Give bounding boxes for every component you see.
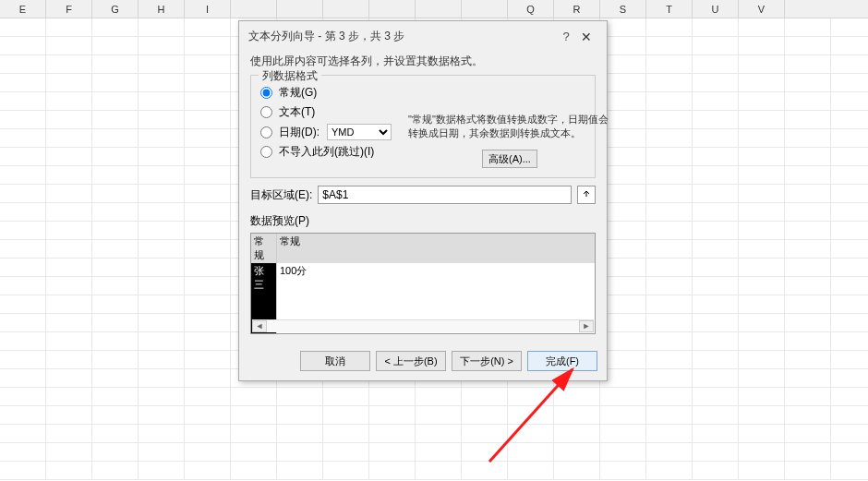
cell[interactable] <box>46 314 92 332</box>
cell[interactable] <box>92 37 139 55</box>
cell[interactable] <box>646 37 693 55</box>
cell[interactable] <box>739 277 785 295</box>
cell[interactable] <box>46 129 92 148</box>
cell[interactable] <box>693 74 739 92</box>
cell[interactable] <box>693 111 739 129</box>
cell[interactable] <box>92 462 139 480</box>
cell[interactable] <box>785 129 831 148</box>
cell[interactable] <box>46 295 92 314</box>
cell[interactable] <box>600 462 646 480</box>
cell[interactable] <box>139 462 185 480</box>
cell[interactable] <box>693 259 739 277</box>
cell[interactable] <box>92 388 139 406</box>
cell[interactable] <box>693 295 739 314</box>
cell[interactable] <box>693 203 739 222</box>
column-header[interactable]: I <box>185 0 231 18</box>
column-header[interactable] <box>277 0 323 18</box>
cell[interactable] <box>693 388 739 406</box>
cancel-button[interactable]: 取消 <box>300 351 370 371</box>
cell[interactable] <box>92 92 139 111</box>
cell[interactable] <box>646 129 693 148</box>
column-header[interactable] <box>323 0 369 18</box>
cell[interactable] <box>646 18 693 37</box>
cell[interactable] <box>46 425 92 443</box>
cell[interactable] <box>185 332 231 351</box>
cell[interactable] <box>92 295 139 314</box>
cell[interactable] <box>185 74 231 92</box>
cell[interactable] <box>46 111 92 129</box>
cell[interactable] <box>46 92 92 111</box>
cell[interactable] <box>785 203 831 222</box>
cell[interactable] <box>231 425 277 443</box>
cell[interactable] <box>185 148 231 166</box>
cell[interactable] <box>139 166 185 185</box>
cell[interactable] <box>323 425 369 443</box>
cell[interactable] <box>600 443 646 462</box>
cell[interactable] <box>693 129 739 148</box>
cell[interactable] <box>739 388 785 406</box>
cell[interactable] <box>92 277 139 295</box>
cell[interactable] <box>92 74 139 92</box>
cell[interactable] <box>0 277 46 295</box>
cell[interactable] <box>92 129 139 148</box>
cell[interactable] <box>231 406 277 425</box>
cell[interactable] <box>693 443 739 462</box>
cell[interactable] <box>0 111 46 129</box>
next-button[interactable]: 下一步(N) > <box>452 351 522 371</box>
cell[interactable] <box>831 185 868 203</box>
cell[interactable] <box>739 462 785 480</box>
cell[interactable] <box>139 314 185 332</box>
cell[interactable] <box>831 74 868 92</box>
cell[interactable] <box>0 18 46 37</box>
cell[interactable] <box>693 37 739 55</box>
cell[interactable] <box>46 277 92 295</box>
cell[interactable] <box>185 185 231 203</box>
cell[interactable] <box>0 295 46 314</box>
cell[interactable] <box>0 425 46 443</box>
cell[interactable] <box>600 425 646 443</box>
cell[interactable] <box>0 37 46 55</box>
cell[interactable] <box>831 425 868 443</box>
cell[interactable] <box>0 259 46 277</box>
cell[interactable] <box>46 406 92 425</box>
cell[interactable] <box>92 185 139 203</box>
cell[interactable] <box>0 55 46 74</box>
cell[interactable] <box>785 240 831 259</box>
cell[interactable] <box>462 443 508 462</box>
cell[interactable] <box>646 240 693 259</box>
cell[interactable] <box>508 388 554 406</box>
cell[interactable] <box>0 443 46 462</box>
cell[interactable] <box>139 185 185 203</box>
cell[interactable] <box>739 203 785 222</box>
cell[interactable] <box>46 332 92 351</box>
cell[interactable] <box>785 185 831 203</box>
cell[interactable] <box>693 351 739 369</box>
cell[interactable] <box>92 203 139 222</box>
cell[interactable] <box>277 425 323 443</box>
cell[interactable] <box>739 129 785 148</box>
cell[interactable] <box>739 148 785 166</box>
cell[interactable] <box>785 406 831 425</box>
cell[interactable] <box>139 203 185 222</box>
cell[interactable] <box>739 92 785 111</box>
cell[interactable] <box>462 462 508 480</box>
cell[interactable] <box>831 314 868 332</box>
cell[interactable] <box>739 369 785 388</box>
cell[interactable] <box>92 166 139 185</box>
cell[interactable] <box>139 240 185 259</box>
cell[interactable] <box>831 388 868 406</box>
cell[interactable] <box>600 406 646 425</box>
cell[interactable] <box>46 203 92 222</box>
column-header[interactable] <box>416 0 462 18</box>
radio-skip-input[interactable] <box>260 146 272 158</box>
column-header[interactable]: H <box>139 0 185 18</box>
cell[interactable] <box>785 351 831 369</box>
radio-text-input[interactable] <box>260 106 272 118</box>
cell[interactable] <box>369 425 416 443</box>
cell[interactable] <box>185 351 231 369</box>
cell[interactable] <box>92 240 139 259</box>
cell[interactable] <box>185 277 231 295</box>
cell[interactable] <box>0 240 46 259</box>
cell[interactable] <box>646 222 693 240</box>
column-header[interactable]: V <box>739 0 785 18</box>
